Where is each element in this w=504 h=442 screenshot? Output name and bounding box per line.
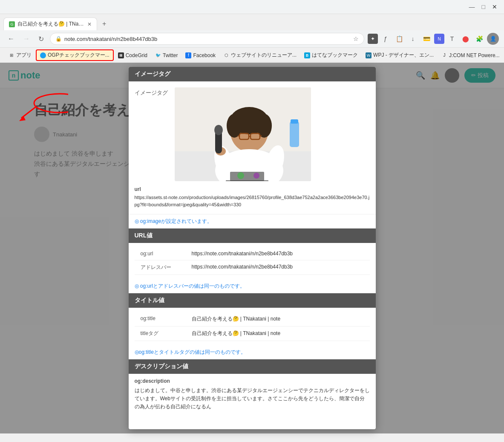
svg-point-22 (253, 173, 259, 179)
ogp-icon (40, 52, 46, 58)
url-bar[interactable]: 🔒 note.com/tnakatani/n/n2be8b447db3b ☆ (50, 33, 364, 45)
ogp-image-section: イメージタグ イメージタグ (129, 67, 376, 228)
color-icon[interactable]: ⬤ (460, 33, 472, 45)
og-title-label: og:title (135, 312, 186, 326)
bookmark-star-icon[interactable]: ☆ (353, 35, 359, 42)
toolbar-icons: ✦ ƒ 📋 ↓ 💳 N T ⬤ 🧩 👤 (368, 33, 499, 45)
title-tag-value: 自己紹介を考える🤔 | TNakatani | note (186, 326, 370, 341)
translate-icon[interactable]: T (446, 33, 458, 45)
og-title-value: 自己紹介を考える🤔 | TNakatani | note (186, 312, 370, 326)
ogp-description-body: og:description はじめまして。中谷と申します。渋谷にある某デジタル… (129, 374, 376, 416)
table-row: og:title 自己紹介を考える🤔 | TNakatani | note (135, 312, 370, 326)
apps-icon: ⊞ (9, 52, 14, 58)
profile-avatar[interactable]: 👤 (487, 33, 499, 45)
ogp-image-preview (175, 87, 311, 181)
download-icon[interactable]: ↓ (407, 33, 419, 45)
modal-overlay: イメージタグ イメージタグ (0, 63, 504, 433)
tab-close-button[interactable]: ✕ (87, 21, 92, 27)
twitter-icon: 🐦 (155, 52, 161, 58)
bookmark-wpj[interactable]: W WPJ - デザイナー、エン... (362, 50, 437, 60)
ogp-description-section: デスクリプション値 og:description はじめまして。中谷と申します。… (129, 359, 376, 416)
ogp-title-section-body: og:title 自己紹介を考える🤔 | TNakatani | note ti… (129, 308, 376, 345)
bookmark-apps-label: アプリ (16, 52, 32, 59)
ogp-description-section-header: デスクリプション値 (129, 359, 376, 374)
ogp-image-container: イメージタグ (135, 87, 370, 181)
svg-point-21 (237, 172, 244, 179)
ogp-modal: イメージタグ イメージタグ (129, 67, 376, 429)
title-tag-label: titleタグ (135, 326, 186, 341)
svg-point-6 (256, 114, 272, 138)
ogp-image-body: イメージタグ (129, 81, 376, 214)
bookmark-hatena-label: はてなブックマーク (312, 52, 358, 59)
bookmark-github-label: ウェブサイトのリニューア... (231, 52, 297, 59)
bookmark-facebook-label: Facebook (193, 52, 216, 58)
bookmark-ogp[interactable]: OGPチェックブックマー... (36, 49, 114, 61)
ogp-url-status: ◎ og:urlとアドレスバーの値は同一のものです。 (129, 279, 376, 293)
og-url-label: og:url (135, 247, 186, 260)
ogp-url-label: url (135, 186, 370, 192)
lock-icon: 🔒 (55, 36, 62, 42)
bookmarks-bar: ⊞ アプリ OGPチェックブックマー... ▦ CodeGrid 🐦 Twitt… (0, 47, 504, 63)
jcom-icon: J (441, 52, 447, 58)
address-bar-value: https://note.com/tnakatani/n/n2be8b447db… (186, 260, 370, 275)
ogp-url-section-header: URL値 (129, 228, 376, 243)
ogp-image-field-label: イメージタグ (135, 87, 169, 97)
og-desc-label: og:description (135, 378, 370, 384)
hatena-icon: B (304, 52, 310, 58)
ogp-url-container: url https://assets.st-note.com/productio… (135, 186, 370, 208)
table-row: og:url https://note.com/tnakatani/n/n2be… (135, 247, 370, 260)
close-button[interactable]: ✕ (489, 2, 501, 12)
tab-bar: G 自己紹介を考える🤔 | TNakatani ✕ + (0, 14, 504, 30)
og-desc-value: はじめまして。中谷と申します。渋谷にある某デジタルエージェンシーでテクニカルディ… (135, 387, 370, 411)
ogp-image-status: ◎ og:imageが設定されています。 (129, 214, 376, 228)
bookmark-jcom[interactable]: J J:COM NET Powere... (438, 51, 503, 60)
minimize-button[interactable]: — (466, 2, 478, 12)
clipboard-icon[interactable]: 📋 (393, 33, 405, 45)
extensions-icon[interactable]: ✦ (368, 34, 378, 44)
bookmark-ogp-label: OGPチェックブックマー... (48, 52, 109, 59)
note-ext-icon[interactable]: N (434, 34, 444, 44)
reload-button[interactable]: ↻ (36, 33, 46, 45)
ogp-url-section: URL値 og:url https://note.com/tnakatani/n… (129, 228, 376, 293)
ogp-url-table: og:url https://note.com/tnakatani/n/n2be… (135, 247, 370, 275)
svg-rect-20 (226, 180, 268, 181)
bookmark-codegrid-label: CodeGrid (126, 52, 147, 58)
table-row: アドレスバー https://note.com/tnakatani/n/n2be… (135, 260, 370, 275)
facebook-icon: f (185, 52, 191, 58)
og-url-value: https://note.com/tnakatani/n/n2be8b447db… (186, 247, 370, 260)
page-content: n note 🔍 🔔 ✏ 投稿 自己紹介を考え... Tnakatani はじめ… (0, 63, 504, 433)
ogp-title-table: og:title 自己紹介を考える🤔 | TNakatani | note ti… (135, 312, 370, 341)
wpj-icon: W (366, 52, 372, 58)
svg-point-18 (214, 125, 223, 135)
bookmark-jcom-label: J:COM NET Powere... (449, 52, 499, 58)
feather-icon[interactable]: ƒ (380, 33, 392, 45)
ogp-url-section-body: og:url https://note.com/tnakatani/n/n2be… (129, 243, 376, 279)
bookmark-twitter-label: Twitter (163, 52, 178, 58)
github-icon: ⬡ (223, 52, 229, 58)
codegrid-icon: ▦ (118, 52, 124, 58)
wallet-icon[interactable]: 💳 (420, 33, 432, 45)
address-bar-label: アドレスバー (135, 260, 186, 275)
active-tab[interactable]: G 自己紹介を考える🤔 | TNakatani ✕ (3, 17, 97, 30)
new-tab-button[interactable]: + (98, 17, 110, 30)
puzzle-icon[interactable]: 🧩 (473, 33, 485, 45)
bookmark-hatena[interactable]: B はてなブックマーク (301, 50, 361, 60)
svg-rect-24 (291, 119, 298, 124)
forward-button[interactable]: → (20, 33, 32, 44)
tab-favicon: G (9, 21, 15, 27)
bookmark-codegrid[interactable]: ▦ CodeGrid (115, 51, 151, 60)
ogp-title-section-header: タイトル値 (129, 293, 376, 308)
maximize-button[interactable]: □ (478, 2, 489, 12)
bookmark-twitter[interactable]: 🐦 Twitter (152, 51, 181, 60)
back-button[interactable]: ← (5, 33, 17, 44)
bookmark-github[interactable]: ⬡ ウェブサイトのリニューア... (220, 50, 300, 60)
table-row: titleタグ 自己紹介を考える🤔 | TNakatani | note (135, 326, 370, 341)
bookmark-apps[interactable]: ⊞ アプリ (5, 50, 35, 60)
ogp-url-value: https://assets.st-note.com/production/up… (135, 194, 370, 208)
person-image-svg (175, 87, 311, 181)
address-bar: ← → ↻ 🔒 note.com/tnakatani/n/n2be8b447db… (0, 30, 504, 47)
url-text: note.com/tnakatani/n/n2be8b447db3b (64, 36, 351, 42)
ogp-title-status: ◎og:titleとタイトルタグの値は同一のものです。 (129, 345, 376, 359)
bookmark-wpj-label: WPJ - デザイナー、エン... (373, 52, 434, 59)
bookmark-facebook[interactable]: f Facebook (182, 51, 219, 60)
